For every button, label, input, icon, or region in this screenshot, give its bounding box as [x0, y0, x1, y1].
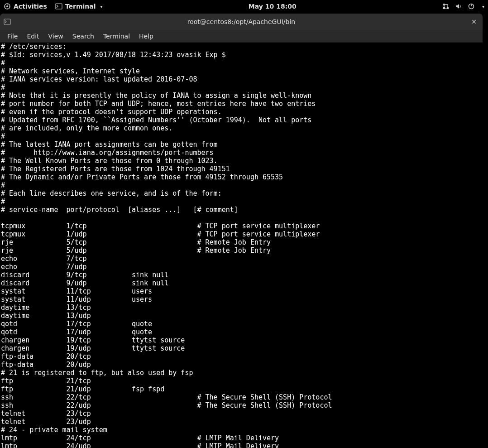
svg-rect-12	[4, 19, 10, 24]
terminal-icon	[55, 3, 62, 10]
menu-edit[interactable]: Edit	[22, 31, 43, 42]
titlebar-left	[4, 18, 11, 25]
window-title: root@centos8:/opt/ApacheGUI/bin	[187, 18, 295, 25]
volume-icon[interactable]	[455, 3, 462, 10]
menu-terminal[interactable]: Terminal	[99, 31, 134, 42]
chevron-down-icon: ▾	[100, 4, 103, 9]
menu-file[interactable]: File	[3, 31, 22, 42]
panel-left: Activities Terminal ▾	[4, 3, 103, 10]
close-icon: ✕	[471, 18, 477, 25]
menu-search[interactable]: Search	[68, 31, 99, 42]
top-panel: Activities Terminal ▾ May 10 18:00	[0, 0, 488, 13]
svg-rect-6	[56, 4, 62, 9]
terminal-window-icon	[4, 18, 11, 25]
activities-label: Activities	[14, 3, 47, 10]
activities-icon	[4, 3, 11, 10]
system-menu-chevron-icon[interactable]: ▾	[482, 4, 484, 9]
close-button[interactable]: ✕	[470, 18, 478, 26]
network-icon[interactable]	[442, 3, 450, 10]
menu-view[interactable]: View	[44, 31, 68, 42]
activities-button[interactable]: Activities	[4, 3, 47, 10]
terminal-window: root@centos8:/opt/ApacheGUI/bin ✕ File E…	[0, 14, 483, 448]
power-icon[interactable]	[468, 3, 475, 10]
menu-help[interactable]: Help	[134, 31, 158, 42]
svg-rect-7	[443, 4, 445, 5]
svg-point-1	[6, 5, 8, 7]
terminal-content[interactable]: # /etc/services: # $Id: services,v 1.49 …	[0, 43, 483, 448]
svg-rect-8	[447, 7, 449, 9]
terminal-app-label: Terminal	[65, 3, 96, 10]
clock[interactable]: May 10 18:00	[249, 3, 297, 10]
panel-right: ▾	[442, 3, 484, 10]
terminal-app-menu[interactable]: Terminal ▾	[55, 3, 103, 10]
titlebar[interactable]: root@centos8:/opt/ApacheGUI/bin ✕	[0, 14, 483, 30]
menubar: File Edit View Search Terminal Help	[0, 30, 483, 43]
